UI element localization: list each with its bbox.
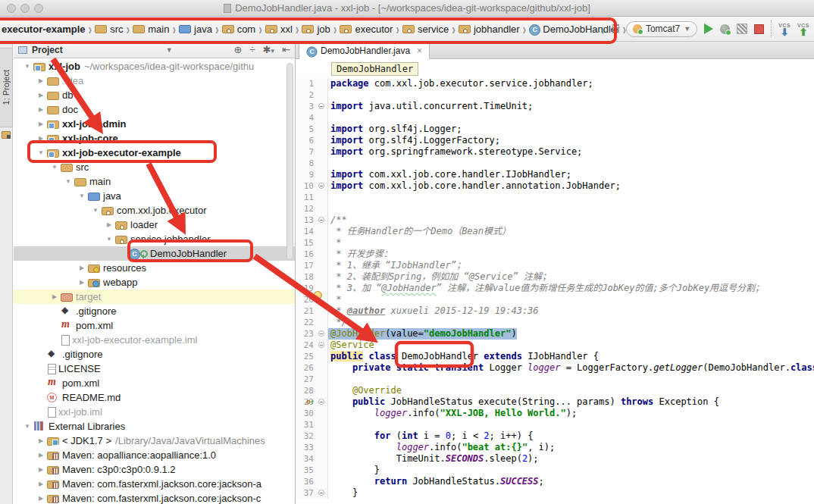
tree-row[interactable]: README.md [14, 390, 295, 405]
chevron-expanded-icon[interactable]: ▼ [89, 207, 102, 214]
code-line[interactable]: 21 * @author xuxueli 2015-12-19 19:43:36 [296, 305, 814, 317]
breadcrumb-item-xxl[interactable]: xxl [265, 23, 293, 35]
code-line[interactable]: 35 } [296, 465, 814, 476]
run-button[interactable] [704, 23, 713, 34]
code-line[interactable]: 16 * 开发步骤： [296, 249, 814, 260]
settings-gear-icon[interactable]: ✱▾ [263, 44, 274, 55]
chevron-collapsed-icon[interactable]: ▶ [76, 279, 88, 286]
tree-row[interactable]: ▼java [14, 189, 295, 203]
chevron-collapsed-icon[interactable]: ▶ [35, 121, 47, 127]
fold-icon[interactable] [318, 103, 324, 109]
code-line[interactable]: 22 */ [296, 317, 814, 328]
code-line[interactable]: 12 [296, 203, 814, 214]
chevron-collapsed-icon[interactable]: ▶ [35, 92, 47, 99]
fold-icon[interactable] [318, 490, 324, 496]
code-line[interactable]: 14 * 任务Handler的一个Demo（Bean模式） [296, 226, 814, 237]
fold-icon[interactable] [318, 217, 324, 223]
chevron-expanded-icon[interactable]: ▼ [21, 63, 33, 70]
tree-row[interactable]: ▶Maven: com.fasterxml.jackson.core:jacks… [14, 491, 295, 504]
code-line[interactable]: 5import org.slf4j.Logger; [296, 124, 814, 135]
code-line[interactable]: 33 logger.info("beat at:{}", i); [296, 442, 814, 453]
code-line[interactable]: 27 [296, 374, 814, 385]
code-line[interactable]: 31 [296, 419, 814, 430]
close-tab-icon[interactable]: × [417, 45, 422, 56]
code-line[interactable]: 11 [296, 192, 814, 203]
code-line[interactable]: 29o↑ public JobHandleStatus execute(Stri… [296, 396, 814, 408]
locate-icon[interactable]: ⊕ [234, 44, 243, 55]
stop-button[interactable] [754, 24, 764, 34]
chevron-collapsed-icon[interactable]: ▶ [49, 293, 61, 300]
tree-row[interactable]: ▶< JDK1.7 >/Library/Java/JavaVirtualMach… [14, 434, 295, 448]
tree-row[interactable]: ▼src [14, 160, 295, 174]
code-line[interactable]: 7import org.springframework.stereotype.S… [296, 146, 814, 158]
code-line[interactable]: 1package com.xxl.job.executor.service.jo… [296, 78, 814, 89]
collapse-all-icon[interactable]: ÷ [250, 44, 255, 55]
tree-row[interactable]: ▼service.jobhandler [14, 232, 295, 246]
chevron-collapsed-icon[interactable]: ▶ [35, 135, 47, 142]
vcs-commit-button[interactable]: VCS ⬆ [797, 22, 809, 36]
chevron-collapsed-icon[interactable]: ▶ [35, 77, 47, 84]
code-line[interactable]: 32 for (int i = 0; i < 2; i++) { [296, 430, 814, 442]
code-area[interactable]: 1package com.xxl.job.executor.service.jo… [296, 78, 814, 504]
tree-scrollbar[interactable] [286, 63, 293, 260]
tree-row[interactable]: LICENSE [14, 362, 295, 376]
tree-row[interactable]: ▶db [14, 88, 295, 102]
chevron-expanded-icon[interactable]: ▼ [62, 178, 74, 185]
breadcrumb-item-service[interactable]: service [402, 23, 449, 35]
code-line[interactable]: 4 [296, 112, 814, 124]
tree-row[interactable]: ▶Maven: aopalliance:aopalliance:1.0 [14, 448, 295, 462]
chevron-collapsed-icon[interactable]: ▶ [35, 452, 47, 459]
code-line[interactable]: 10import com.xxl.job.core.handler.annota… [296, 180, 814, 192]
code-line[interactable]: 15 * [296, 237, 814, 249]
code-line[interactable]: 28 @Override [296, 385, 814, 396]
tree-row[interactable]: ▶resources [14, 261, 295, 275]
chevron-down-icon[interactable]: ▼ [166, 46, 173, 54]
tree-row[interactable]: ▼xxl-job~/workspaces/idea-git-workspace/… [14, 59, 295, 74]
navigate-down-icon[interactable]: ↓ [600, 24, 606, 34]
override-method-icon[interactable]: o↑ [306, 398, 317, 405]
breadcrumb-item-jobhandler[interactable]: jobhandler [459, 23, 520, 35]
project-tool-window-button[interactable]: 1: Project [0, 48, 13, 127]
tree-row[interactable]: .gitignore [14, 304, 295, 318]
chevron-expanded-icon[interactable]: ▼ [103, 236, 115, 243]
tree-row[interactable]: ▶Maven: c3p0:c3p0:0.9.1.2 [14, 462, 295, 477]
code-line[interactable]: 13/** [296, 214, 814, 226]
code-line[interactable]: 3import java.util.concurrent.TimeUnit; [296, 101, 814, 112]
chevron-expanded-icon[interactable]: ▼ [49, 164, 61, 171]
breadcrumb-item-job[interactable]: job [302, 23, 330, 35]
code-line[interactable]: 23@JobHander(value="demoJobHandler") [296, 328, 814, 340]
chevron-expanded-icon[interactable]: ▼ [35, 149, 47, 156]
tree-row[interactable]: ▶target [14, 290, 295, 304]
chevron-collapsed-icon[interactable]: ▶ [35, 106, 47, 113]
tree-row[interactable]: ▶webapp [14, 275, 295, 290]
tree-row[interactable]: ▼com.xxl.job.executor [14, 203, 295, 218]
tree-row[interactable]: ▶loader [14, 218, 295, 232]
tree-row[interactable]: pom.xml [14, 318, 295, 333]
chevron-collapsed-icon[interactable]: ▶ [103, 221, 115, 228]
chevron-collapsed-icon[interactable]: ▶ [76, 265, 88, 271]
breadcrumb-item-executor-example[interactable]: executor-example [2, 23, 86, 35]
breadcrumb-item-com[interactable]: com [222, 23, 256, 35]
breadcrumb-item-src[interactable]: src [95, 23, 123, 35]
code-line[interactable]: 9import com.xxl.job.core.handler.IJobHan… [296, 169, 814, 180]
fold-icon[interactable] [318, 183, 324, 189]
code-line[interactable]: 36 return JobHandleStatus.SUCCESS; [296, 476, 814, 487]
tree-row[interactable]: DemoJobHandler [14, 246, 295, 261]
editor-breadcrumb-chip[interactable]: DemoJobHandler [331, 62, 418, 76]
tree-row[interactable]: ▼External Libraries [14, 419, 295, 434]
editor-tab[interactable]: DemoJobHandler.java × [299, 42, 430, 59]
tree-row[interactable]: ▶xxl-job-admin [14, 117, 295, 131]
code-line[interactable]: 26 private static transient Logger logge… [296, 362, 814, 374]
tree-row[interactable]: xxl-job-executor-example.iml [14, 333, 295, 347]
fold-icon[interactable] [318, 342, 324, 348]
pin-icon[interactable] [612, 24, 619, 33]
code-line[interactable]: 25public class DemoJobHandler extends IJ… [296, 351, 814, 362]
tree-row[interactable]: xxl-job.iml [14, 405, 295, 419]
code-line[interactable]: 6import org.slf4j.LoggerFactory; [296, 135, 814, 146]
chevron-collapsed-icon[interactable]: ▶ [35, 466, 47, 473]
chevron-expanded-icon[interactable]: ▼ [76, 193, 88, 199]
coverage-button[interactable] [737, 23, 747, 34]
fold-icon[interactable] [318, 399, 324, 405]
code-line[interactable]: 18 * 2、装配到Spring，例如加 “@Service” 注解； [296, 271, 814, 283]
tree-row[interactable]: ▶.idea [14, 74, 295, 88]
